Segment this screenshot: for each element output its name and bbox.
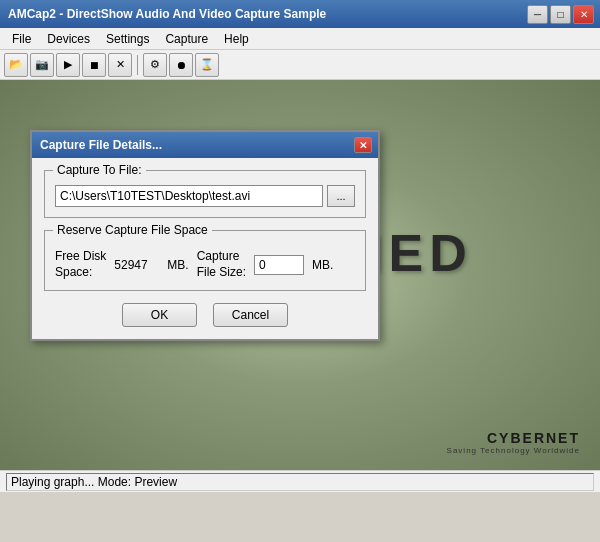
ok-button[interactable]: OK — [122, 303, 197, 327]
dialog-title: Capture File Details... — [40, 138, 162, 152]
maximize-button[interactable]: □ — [550, 5, 571, 24]
reserve-space-label: Reserve Capture File Space — [53, 223, 212, 237]
menu-devices[interactable]: Devices — [39, 30, 98, 48]
menu-capture[interactable]: Capture — [157, 30, 216, 48]
toolbar-record-button[interactable]: ⏺ — [169, 53, 193, 77]
menu-bar: File Devices Settings Capture Help — [0, 28, 600, 50]
toolbar: 📂 📷 ▶ ⏹ ✕ ⚙ ⏺ ⌛ — [0, 50, 600, 80]
toolbar-play-button[interactable]: ▶ — [56, 53, 80, 77]
browse-button[interactable]: ... — [327, 185, 355, 207]
status-bar: Playing graph... Mode: Preview — [0, 470, 600, 492]
toolbar-separator — [137, 55, 138, 75]
toolbar-stop-button[interactable]: ⏹ — [82, 53, 106, 77]
menu-help[interactable]: Help — [216, 30, 257, 48]
cybernet-logo: CYBERNET Saving Technology Worldwide — [447, 430, 580, 455]
window-title: AMCap2 - DirectShow Audio And Video Capt… — [8, 7, 326, 21]
capture-dialog: Capture File Details... ✕ Capture To Fil… — [30, 130, 380, 341]
capture-size-unit: MB. — [312, 258, 333, 272]
capture-file-group: Capture To File: ... — [44, 170, 366, 218]
free-disk-unit: MB. — [167, 258, 188, 272]
close-button[interactable]: ✕ — [573, 5, 594, 24]
title-bar: AMCap2 - DirectShow Audio And Video Capt… — [0, 0, 600, 28]
dialog-close-button[interactable]: ✕ — [354, 137, 372, 153]
toolbar-cancel-button[interactable]: ✕ — [108, 53, 132, 77]
status-text: Playing graph... Mode: Preview — [6, 473, 594, 491]
reserve-space-group: Reserve Capture File Space Free DiskSpac… — [44, 230, 366, 291]
menu-settings[interactable]: Settings — [98, 30, 157, 48]
cancel-button[interactable]: Cancel — [213, 303, 288, 327]
cybernet-logo-sub: Saving Technology Worldwide — [447, 446, 580, 455]
toolbar-camera-button[interactable]: 📷 — [30, 53, 54, 77]
video-area: CYBERMED T10 CYBERNET Saving Technology … — [0, 80, 600, 470]
title-bar-buttons: ─ □ ✕ — [527, 5, 594, 24]
capture-size-input[interactable] — [254, 255, 304, 275]
capture-file-label: Capture To File: — [53, 163, 146, 177]
file-path-input[interactable] — [55, 185, 323, 207]
dialog-title-bar: Capture File Details... ✕ — [32, 132, 378, 158]
free-disk-label: Free DiskSpace: — [55, 249, 106, 280]
dialog-body: Capture To File: ... Reserve Capture Fil… — [32, 158, 378, 339]
toolbar-open-button[interactable]: 📂 — [4, 53, 28, 77]
free-disk-value: 52947 — [114, 258, 159, 272]
disk-space-row: Free DiskSpace: 52947 MB. CaptureFile Si… — [55, 249, 355, 280]
menu-file[interactable]: File — [4, 30, 39, 48]
cybernet-logo-text: CYBERNET — [487, 430, 580, 446]
dialog-buttons: OK Cancel — [44, 303, 366, 327]
capture-size-label: CaptureFile Size: — [197, 249, 246, 280]
toolbar-settings-button[interactable]: ⚙ — [143, 53, 167, 77]
minimize-button[interactable]: ─ — [527, 5, 548, 24]
toolbar-schedule-button[interactable]: ⌛ — [195, 53, 219, 77]
file-input-row: ... — [55, 185, 355, 207]
